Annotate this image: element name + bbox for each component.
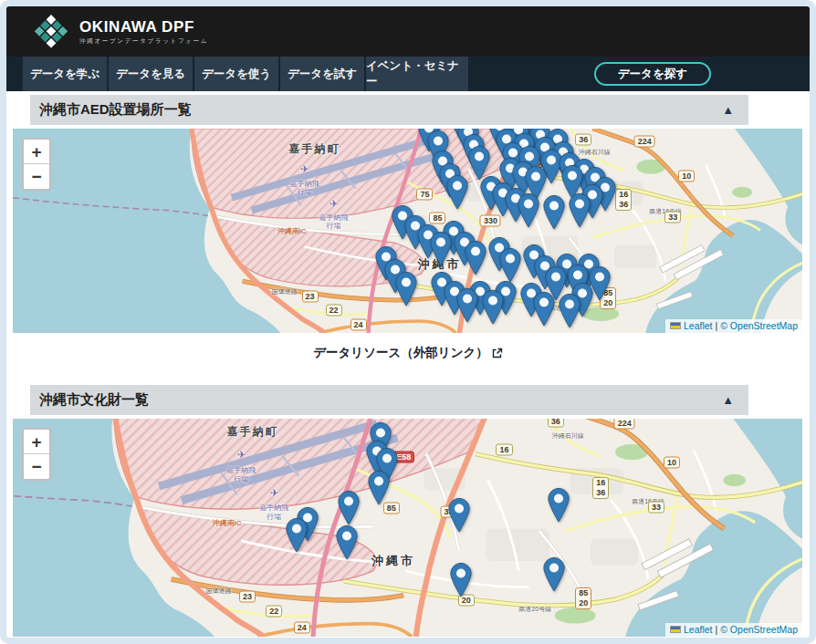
map-marker[interactable] [395, 272, 417, 306]
leaflet-link[interactable]: Leaflet [684, 320, 713, 331]
route-shield: 16 [496, 444, 512, 456]
map-background: 嘉手納町✈嘉手納飛行場✈嘉手納飛行場沖縄市沖縄南IC国体道路県道16号線県道20… [13, 419, 802, 637]
brand[interactable]: OKINAWA DPF 沖縄オープンデータプラットフォーム [32, 13, 208, 51]
map-marker[interactable] [430, 232, 452, 266]
brand-logo-icon [32, 13, 70, 51]
map-zoom-control: + − [22, 138, 51, 191]
map-zoom-control: + − [22, 428, 51, 481]
find-data-button[interactable]: データを探す [594, 62, 711, 86]
map-marker[interactable] [543, 557, 565, 592]
route-shield: 36 [548, 419, 564, 428]
route-shield: 224 [614, 419, 635, 430]
route-shield: 8520 [575, 587, 591, 609]
leaflet-link[interactable]: Leaflet [684, 624, 713, 635]
openstreetmap-link[interactable]: © OpenStreetMap [720, 320, 798, 331]
route-shield: 75 [416, 188, 433, 200]
map-marker[interactable] [543, 195, 565, 230]
map-marker[interactable] [559, 294, 581, 328]
brand-subtitle: 沖縄オープンデータプラットフォーム [79, 37, 208, 46]
section-title: 沖縄市AED設置場所一覧 [39, 101, 720, 119]
map-marker[interactable] [548, 488, 570, 523]
zoom-in-button[interactable]: + [24, 140, 49, 164]
map-marker[interactable] [465, 241, 486, 275]
route-shield: 23 [302, 291, 319, 303]
ukraine-flag-icon [670, 626, 681, 633]
map-marker[interactable] [499, 248, 521, 283]
map-marker[interactable] [336, 525, 358, 560]
map-marker[interactable] [456, 288, 478, 323]
map-marker[interactable] [533, 292, 555, 327]
map-attribution: Leaflet | © OpenStreetMap [665, 319, 802, 333]
route-shield: 10 [664, 456, 680, 468]
openstreetmap-link[interactable]: © OpenStreetMap [720, 624, 798, 635]
nav-tab-0[interactable]: データを学ぶ [23, 57, 107, 91]
zoom-out-button[interactable]: − [24, 454, 49, 479]
attribution-separator: | [715, 320, 717, 331]
aed-map[interactable]: 嘉手納町✈嘉手納飛行場✈嘉手納飛行場沖縄市沖縄南IC国体道路県道16号線県道20… [13, 129, 802, 333]
external-link-icon [492, 348, 503, 358]
content: 沖縄市AED設置場所一覧 ▲ [6, 95, 810, 637]
section-header-aed[interactable]: 沖縄市AED設置場所一覧 ▲ [30, 95, 748, 125]
route-shield: 1636 [615, 189, 632, 211]
route-shield: 23 [239, 590, 256, 602]
nav-tab-2[interactable]: データを使う [194, 57, 278, 91]
map-marker[interactable] [368, 471, 390, 505]
route-shield: 36 [575, 133, 591, 145]
map-marker[interactable] [482, 290, 504, 325]
collapse-icon[interactable]: ▲ [720, 392, 736, 408]
collapse-icon[interactable]: ▲ [720, 102, 736, 118]
page-frame: OKINAWA DPF 沖縄オープンデータプラットフォーム データを学ぶデータを… [0, 0, 816, 644]
zoom-out-button[interactable]: − [24, 164, 49, 189]
route-shield: 10 [678, 170, 695, 182]
route-shield: 24 [294, 622, 310, 634]
ukraine-flag-icon [670, 322, 681, 329]
route-shield: 22 [266, 606, 282, 618]
route-shield: 22 [326, 305, 342, 317]
section-header-bunkazai[interactable]: 沖縄市文化財一覧 ▲ [30, 385, 748, 415]
map-marker[interactable] [569, 193, 591, 228]
resource-row: データリソース（外部リンク） [6, 345, 810, 361]
zoom-in-button[interactable]: + [24, 430, 49, 454]
nav-tab-3[interactable]: データを試す [280, 57, 364, 91]
map-marker[interactable] [518, 193, 539, 228]
map-marker[interactable] [338, 491, 360, 525]
brand-text: OKINAWA DPF 沖縄オープンデータプラットフォーム [79, 18, 208, 46]
bunkazai-map[interactable]: 嘉手納町✈嘉手納飛行場✈嘉手納飛行場沖縄市沖縄南IC国体道路県道16号線県道20… [13, 419, 802, 637]
nav-tab-4[interactable]: イベント・セミナー [366, 57, 468, 91]
map-marker[interactable] [286, 518, 308, 553]
map-marker[interactable] [450, 563, 472, 597]
map-marker[interactable] [448, 498, 470, 533]
main-nav: データを学ぶデータを見るデータを使うデータを試すイベント・セミナー データを探す [6, 57, 810, 91]
route-shield: 33 [648, 502, 664, 514]
data-resource-label: データリソース（外部リンク） [313, 345, 488, 361]
route-shield: 224 [634, 135, 655, 147]
brand-title: OKINAWA DPF [79, 18, 208, 36]
attribution-separator: | [715, 624, 717, 635]
section-title: 沖縄市文化財一覧 [39, 391, 720, 409]
map-attribution: Leaflet | © OpenStreetMap [665, 623, 802, 637]
map-marker[interactable] [446, 175, 468, 210]
route-shield: 1636 [592, 477, 609, 499]
route-shield: 24 [350, 319, 367, 331]
nav-tabs: データを学ぶデータを見るデータを使うデータを試すイベント・セミナー [23, 57, 468, 91]
nav-tab-1[interactable]: データを見る [109, 57, 193, 91]
route-shield: 33 [664, 211, 681, 223]
data-resource-link[interactable]: データリソース（外部リンク） [313, 345, 503, 361]
app-header: OKINAWA DPF 沖縄オープンデータプラットフォーム [6, 6, 810, 57]
